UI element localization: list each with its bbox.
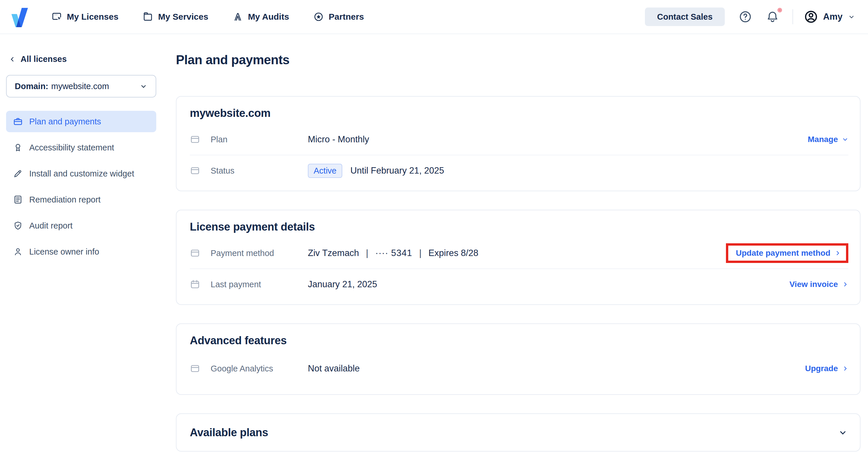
domain-label: Domain: xyxy=(15,82,48,91)
red-highlight-annotation: Update payment method xyxy=(726,243,848,263)
user-menu[interactable]: Amy xyxy=(804,10,855,24)
nav-my-audits[interactable]: My Audits xyxy=(232,11,289,22)
license-payment-details-card: License payment details Payment method Z… xyxy=(176,210,861,305)
sidebar-item-label: Accessibility statement xyxy=(29,143,114,153)
contact-sales-button[interactable]: Contact Sales xyxy=(645,7,725,26)
credit-card-icon xyxy=(190,134,202,145)
shield-check-icon xyxy=(13,221,23,230)
briefcase-icon xyxy=(13,117,23,126)
sidebar-item-accessibility-statement[interactable]: Accessibility statement xyxy=(6,137,156,158)
help-button[interactable] xyxy=(739,10,752,24)
brand-logo-icon[interactable] xyxy=(9,6,31,28)
separator: | xyxy=(419,248,422,258)
nav-label: My Licenses xyxy=(67,12,118,22)
award-icon xyxy=(13,142,23,153)
credit-card-icon xyxy=(190,363,202,374)
sidebar-item-remediation-report[interactable]: Remediation report xyxy=(6,189,156,210)
person-icon xyxy=(13,247,23,257)
header-actions: Contact Sales Amy xyxy=(645,7,855,26)
payment-method-row: Payment method Ziv Tzemach | ···· 5341 |… xyxy=(190,238,848,268)
status-badge: Active xyxy=(308,164,342,178)
card-expiry: Expires 8/28 xyxy=(429,248,478,258)
nav-partners[interactable]: Partners xyxy=(313,11,364,22)
sidebar-item-audit-report[interactable]: Audit report xyxy=(6,215,156,236)
nav-my-licenses[interactable]: My Licenses xyxy=(52,11,118,22)
payment-method-value: Ziv Tzemach | ···· 5341 | Expires 8/28 xyxy=(308,248,478,258)
bell-icon xyxy=(766,10,779,24)
calendar-icon xyxy=(190,279,202,290)
sidebar-menu: Plan and payments Accessibility statemen… xyxy=(6,111,156,262)
notification-dot xyxy=(777,8,782,12)
google-analytics-value: Not available xyxy=(308,363,360,374)
payment-method-label: Payment method xyxy=(211,249,308,258)
sidebar-item-label: Install and customize widget xyxy=(29,169,134,179)
back-label: All licenses xyxy=(21,54,67,64)
upgrade-label: Upgrade xyxy=(805,364,838,373)
nav-label: My Audits xyxy=(248,12,289,22)
services-icon xyxy=(143,11,153,22)
available-plans-card[interactable]: Available plans xyxy=(176,413,861,451)
advanced-card-title: Advanced features xyxy=(190,335,848,347)
question-circle-icon xyxy=(739,10,752,24)
partners-icon xyxy=(313,11,324,22)
sidebar: All licenses Domain:mywebsite.com Plan a… xyxy=(0,34,163,262)
notifications-button[interactable] xyxy=(766,10,779,24)
upgrade-button[interactable]: Upgrade xyxy=(805,364,848,373)
chevron-down-icon[interactable] xyxy=(838,428,848,437)
credit-card-icon xyxy=(190,165,202,176)
back-all-licenses-link[interactable]: All licenses xyxy=(6,54,156,64)
manage-plan-button[interactable]: Manage xyxy=(808,135,848,144)
domain-text: Domain:mywebsite.com xyxy=(15,82,109,91)
credit-card-icon xyxy=(190,248,202,258)
domain-card: mywebsite.com Plan Micro - Monthly Manag… xyxy=(176,96,861,191)
sidebar-item-label: Remediation report xyxy=(29,195,101,204)
nav-my-services[interactable]: My Services xyxy=(143,11,208,22)
domain-value: mywebsite.com xyxy=(51,82,109,91)
licenses-icon xyxy=(52,11,62,22)
card-last-digits: ···· 5341 xyxy=(375,248,412,258)
google-analytics-label: Google Analytics xyxy=(211,364,308,374)
sidebar-item-label: Plan and payments xyxy=(29,117,101,126)
plan-value: Micro - Monthly xyxy=(308,134,369,145)
document-icon xyxy=(13,195,23,204)
chevron-down-icon xyxy=(842,136,848,142)
status-label: Status xyxy=(211,166,308,176)
last-payment-row: Last payment January 21, 2025 View invoi… xyxy=(190,269,848,300)
update-payment-method-button[interactable]: Update payment method xyxy=(736,249,841,258)
audits-icon xyxy=(232,11,243,22)
avatar-icon xyxy=(804,10,818,24)
chevron-left-icon xyxy=(9,56,16,63)
chevron-down-icon xyxy=(140,82,148,90)
domain-selector[interactable]: Domain:mywebsite.com xyxy=(6,75,156,97)
status-row: Status Active Until February 21, 2025 xyxy=(190,155,848,186)
sidebar-item-license-owner-info[interactable]: License owner info xyxy=(6,241,156,262)
top-navigation-bar: My Licenses My Services My Audits Partne… xyxy=(0,0,868,34)
domain-card-title: mywebsite.com xyxy=(190,107,848,120)
nav-label: Partners xyxy=(329,12,364,22)
user-name: Amy xyxy=(823,11,842,22)
advanced-features-card: Advanced features Google Analytics Not a… xyxy=(176,323,861,395)
page-title: Plan and payments xyxy=(176,53,861,67)
payment-card-title: License payment details xyxy=(190,221,848,233)
manage-label: Manage xyxy=(808,135,838,144)
cardholder-name: Ziv Tzemach xyxy=(308,248,359,258)
sidebar-item-label: Audit report xyxy=(29,221,73,230)
chevron-right-icon xyxy=(842,281,848,288)
last-payment-label: Last payment xyxy=(211,280,308,289)
header-divider xyxy=(793,9,793,24)
chevron-right-icon xyxy=(842,366,848,372)
last-payment-value: January 21, 2025 xyxy=(308,279,377,290)
sidebar-item-label: License owner info xyxy=(29,247,99,257)
sidebar-item-plan-and-payments[interactable]: Plan and payments xyxy=(6,111,156,132)
nav-label: My Services xyxy=(158,12,208,22)
google-analytics-row: Google Analytics Not available Upgrade xyxy=(190,351,848,386)
chevron-down-icon xyxy=(848,13,855,21)
available-plans-title: Available plans xyxy=(190,426,268,439)
main-nav: My Licenses My Services My Audits Partne… xyxy=(52,11,364,22)
update-payment-method-label: Update payment method xyxy=(736,249,830,258)
sidebar-item-install-customize-widget[interactable]: Install and customize widget xyxy=(6,163,156,184)
view-invoice-button[interactable]: View invoice xyxy=(789,280,848,289)
plan-label: Plan xyxy=(211,135,308,144)
plan-row: Plan Micro - Monthly Manage xyxy=(190,124,848,155)
main-content: Plan and payments mywebsite.com Plan Mic… xyxy=(163,34,868,451)
